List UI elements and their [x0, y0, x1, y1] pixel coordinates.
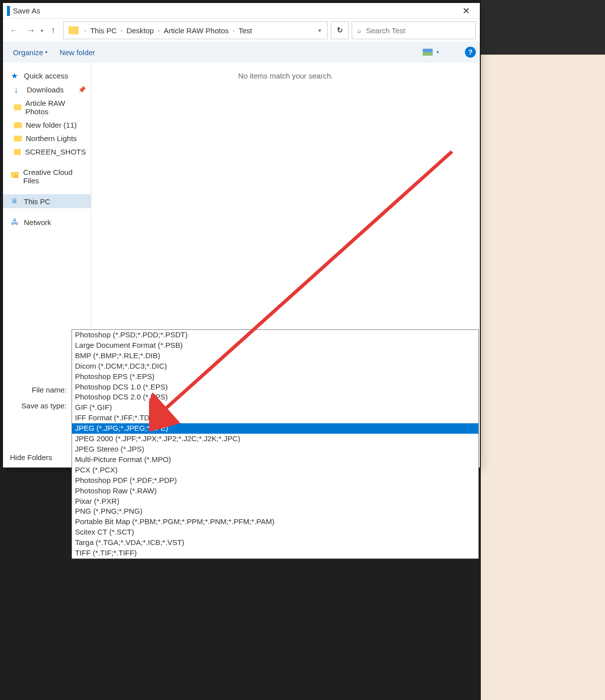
titlebar: Save As ✕	[3, 3, 480, 19]
save-type-label: Save as type:	[8, 401, 72, 410]
up-button[interactable]: ↑	[46, 23, 60, 37]
search-input[interactable]	[366, 26, 470, 35]
file-name-label: File name:	[8, 386, 72, 394]
pin-icon: 📌	[78, 86, 86, 93]
file-type-option[interactable]: PCX (*.PCX)	[72, 465, 478, 475]
file-type-option[interactable]: Targa (*.TGA;*.VDA;*.ICB;*.VST)	[72, 538, 478, 548]
sidebar-network[interactable]: 🖧 Network	[3, 215, 91, 229]
file-type-option[interactable]: Photoshop DCS 2.0 (*.EPS)	[72, 392, 478, 402]
sidebar-label: This PC	[24, 197, 50, 206]
sidebar-this-pc[interactable]: 🖥 This PC	[3, 194, 91, 208]
breadcrumb-item[interactable]: Article RAW Photos	[162, 24, 229, 37]
folder-icon	[14, 104, 21, 110]
breadcrumb-item[interactable]: Desktop	[126, 24, 155, 37]
organize-button[interactable]: Organize ▾	[7, 45, 54, 60]
file-type-option[interactable]: Photoshop EPS (*.EPS)	[72, 372, 478, 382]
sidebar-downloads[interactable]: ↓ Downloads 📌	[3, 82, 91, 96]
sidebar-label: Quick access	[24, 72, 68, 80]
breadcrumb[interactable]: › This PC › Desktop › Article RAW Photos…	[63, 21, 328, 39]
file-type-option[interactable]: TIFF (*.TIF;*.TIFF)	[72, 548, 478, 558]
file-type-option[interactable]: IFF Format (*.IFF;*.TDI)	[72, 413, 478, 423]
help-button[interactable]: ?	[465, 47, 476, 58]
backdrop-top	[481, 0, 605, 55]
chevron-down-icon: ▾	[437, 50, 439, 55]
sidebar-label: Northern Lights	[26, 134, 77, 143]
folder-icon	[14, 136, 22, 142]
file-type-option[interactable]: Photoshop Raw (*.RAW)	[72, 486, 478, 496]
chevron-right-icon: ›	[233, 27, 235, 33]
network-icon: 🖧	[11, 218, 20, 227]
file-type-option[interactable]: Scitex CT (*.SCT)	[72, 527, 478, 538]
file-type-option[interactable]: Dicom (*.DCM;*.DC3;*.DIC)	[72, 361, 478, 372]
file-type-option[interactable]: Photoshop PDF (*.PDF;*.PDP)	[72, 475, 478, 486]
file-type-option[interactable]: Pixar (*.PXR)	[72, 496, 478, 507]
file-type-option[interactable]: Photoshop (*.PSD;*.PDD;*.PSDT)	[72, 330, 478, 340]
dialog-title: Save As	[13, 6, 456, 15]
folder-icon	[14, 122, 22, 128]
new-folder-label: New folder	[60, 48, 95, 57]
toolbar: Organize ▾ New folder ▾ ?	[3, 42, 480, 63]
new-folder-button[interactable]: New folder	[54, 45, 101, 60]
search-icon: ⌕	[357, 26, 361, 34]
sidebar-screenshots[interactable]: SCREEN_SHOTS	[3, 145, 91, 158]
sidebar-new-folder[interactable]: New folder (11)	[3, 118, 91, 132]
breadcrumb-item[interactable]: Test	[237, 24, 253, 37]
chevron-right-icon: ›	[84, 27, 86, 33]
refresh-button[interactable]: ↻	[331, 21, 349, 39]
star-icon: ★	[11, 71, 20, 80]
sidebar-label: New folder (11)	[26, 121, 77, 129]
sidebar-label: SCREEN_SHOTS	[25, 148, 86, 156]
search-box[interactable]: ⌕	[352, 21, 476, 39]
folder-icon	[69, 26, 78, 34]
chevron-right-icon: ›	[121, 27, 123, 33]
creative-cloud-icon	[11, 172, 19, 181]
backdrop-right	[481, 0, 605, 700]
app-icon	[7, 6, 10, 16]
back-button[interactable]: ←	[7, 23, 21, 37]
sidebar-article-raw[interactable]: Article RAW Photos	[3, 96, 91, 118]
view-icon	[423, 49, 433, 56]
file-type-option[interactable]: JPEG 2000 (*.JPF;*.JPX;*.JP2;*.J2C;*.J2K…	[72, 434, 478, 444]
file-type-option[interactable]: GIF (*.GIF)	[72, 402, 478, 413]
download-icon: ↓	[14, 85, 23, 94]
file-type-option[interactable]: Large Document Format (*.PSB)	[72, 340, 478, 351]
file-type-option[interactable]: BMP (*.BMP;*.RLE;*.DIB)	[72, 351, 478, 361]
file-type-option[interactable]: Portable Bit Map (*.PBM;*.PGM;*.PPM;*.PN…	[72, 517, 478, 527]
history-dropdown[interactable]: ▾	[41, 28, 43, 33]
sidebar-label: Downloads	[27, 85, 64, 94]
file-type-dropdown[interactable]: Photoshop (*.PSD;*.PDD;*.PSDT)Large Docu…	[72, 329, 479, 559]
empty-message: No items match your search.	[99, 72, 472, 80]
file-type-option[interactable]: Photoshop DCS 1.0 (*.EPS)	[72, 382, 478, 392]
forward-button[interactable]: →	[24, 23, 38, 37]
folder-icon	[14, 149, 21, 155]
hide-folders-button[interactable]: Hide Folders	[10, 453, 52, 462]
pc-icon: 🖥	[11, 197, 20, 206]
sidebar-quick-access[interactable]: ★ Quick access	[3, 69, 91, 82]
sidebar-creative-cloud[interactable]: Creative Cloud Files	[3, 165, 91, 187]
chevron-right-icon: ›	[158, 27, 160, 33]
file-type-option[interactable]: JPEG (*.JPG;*.JPEG;*.JPE)	[72, 423, 478, 434]
sidebar-label: Article RAW Photos	[25, 99, 86, 116]
navigation-bar: ← → ▾ ↑ › This PC › Desktop › Article RA…	[3, 19, 480, 42]
file-type-option[interactable]: PNG (*.PNG;*.PNG)	[72, 506, 478, 517]
file-type-option[interactable]: JPEG Stereo (*.JPS)	[72, 444, 478, 455]
organize-label: Organize	[13, 48, 43, 57]
close-button[interactable]: ✕	[456, 3, 476, 18]
view-button[interactable]: ▾	[417, 46, 445, 59]
file-type-option[interactable]: Multi-Picture Format (*.MPO)	[72, 455, 478, 465]
breadcrumb-item[interactable]: This PC	[89, 24, 118, 37]
sidebar-label: Creative Cloud Files	[23, 168, 86, 185]
sidebar-northern[interactable]: Northern Lights	[3, 132, 91, 145]
chevron-down-icon: ▾	[45, 50, 48, 55]
chevron-down-icon[interactable]: ▾	[318, 27, 321, 34]
sidebar-label: Network	[24, 218, 51, 227]
